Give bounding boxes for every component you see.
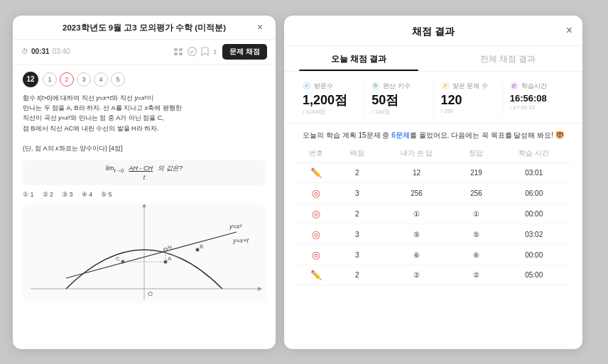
svg-marker-8 xyxy=(142,204,146,207)
grade-button[interactable]: 문제 채점 xyxy=(222,44,267,60)
table-row: ◎ 3 256 256 06:00 xyxy=(295,183,571,204)
right-panel: 채점 결과 × 오늘 채점 결과 전체 채점 결과 ✓ 방문수 1,200점 /… xyxy=(284,16,582,349)
status-correct-icon: ✏️ xyxy=(310,167,322,178)
col-time: 학습 시간 xyxy=(496,145,571,163)
question-options: 1 2 3 4 5 xyxy=(43,72,125,87)
stat-visit: ✓ 방문수 1,200점 / 3,000점 xyxy=(295,82,364,116)
cell-score: 2 xyxy=(337,204,378,224)
svg-rect-2 xyxy=(174,53,178,55)
tabs: 오늘 채점 결과 전체 채점 결과 xyxy=(284,46,582,72)
option-5[interactable]: 5 xyxy=(111,72,125,87)
choice-5[interactable]: ⑤ 5 xyxy=(101,191,112,198)
tab-today[interactable]: 오늘 채점 결과 xyxy=(284,46,433,71)
cell-answer: ⑤ xyxy=(456,224,497,245)
option-3[interactable]: 3 xyxy=(77,72,91,87)
formula-area: limt→0 AH - CH 의 값은?t xyxy=(23,160,266,185)
right-close-button[interactable]: × xyxy=(566,24,572,37)
col-my-answer: 내가 쓴 답 xyxy=(378,145,456,163)
question-number: 12 xyxy=(23,72,38,87)
svg-rect-1 xyxy=(179,48,183,51)
col-number: 번호 xyxy=(295,145,337,163)
stat-complete-value: 50점 xyxy=(371,94,398,108)
left-toolbar: ⏱ 00:31 03:40 1 xyxy=(13,40,276,65)
svg-point-15 xyxy=(196,248,200,251)
cell-my-answer: 12 xyxy=(378,163,456,183)
svg-text:B: B xyxy=(200,243,203,250)
stat-time-icon: ⏱ xyxy=(510,82,519,90)
cell-status: ◎ xyxy=(295,224,337,245)
stat-complete-label: ↻ 완산 키수 xyxy=(371,82,411,91)
table-body: ✏️ 2 12 219 03:01 ◎ 3 256 256 06:00 ◎ 2 … xyxy=(295,163,571,285)
stat-complete-sub: / 100점 xyxy=(371,108,390,116)
cell-score: 2 xyxy=(337,265,378,285)
cell-time: 00:00 xyxy=(496,204,571,224)
left-close-button[interactable]: × xyxy=(253,20,267,34)
table-row: ◎ 3 ⑥ ⑥ 00:00 xyxy=(295,245,571,265)
left-header: 2023학년도 9월 고3 모의평가 수학 (미적분) × xyxy=(13,16,276,40)
page-num-btn[interactable]: 1 xyxy=(213,48,217,55)
timer-total: 03:40 xyxy=(53,48,70,55)
page-number-label: 1 xyxy=(213,48,217,55)
graph-area: y=x² y=x+t O A B C H xyxy=(23,204,266,303)
stats-row: ✓ 방문수 1,200점 / 3,000점 ↻ 완산 키수 50점 / 100점… xyxy=(284,72,582,124)
tab-all[interactable]: 전체 채점 결과 xyxy=(433,46,582,71)
stat-correct-icon: ✗ xyxy=(441,82,450,90)
left-panel: 2023학년도 9월 고3 모의평가 수학 (미적분) × ⏱ 00:31 03… xyxy=(13,16,276,349)
cell-status: ◎ xyxy=(295,183,337,204)
stat-visit-sub: / 3,000점 xyxy=(303,108,325,116)
right-title: 채점 결과 xyxy=(412,26,455,38)
stat-visit-icon: ✓ xyxy=(303,82,311,90)
stat-complete-icon: ↻ xyxy=(371,82,380,90)
stat-complete: ↻ 완산 키수 50점 / 100점 xyxy=(364,82,433,116)
motivation-text: 오늘의 학습 계획 15문제 중 6문제를 풀었어요. 다음에는 꼭 목표를 달… xyxy=(284,123,582,145)
svg-text:O: O xyxy=(148,290,153,297)
right-header: 채점 결과 × xyxy=(284,16,582,46)
svg-text:y=x²: y=x² xyxy=(229,223,242,230)
cell-my-answer: ② xyxy=(378,265,456,285)
left-content: 12 1 2 3 4 5 함수 t(t>0)에 대하여 직선 y=x+t와 직선… xyxy=(13,65,276,349)
cell-time: 03:02 xyxy=(496,224,571,245)
choice-3[interactable]: ③ 3 xyxy=(62,191,73,198)
view-toggle-btn[interactable] xyxy=(174,48,183,55)
option-1[interactable]: 1 xyxy=(43,72,57,87)
main-container: 2023학년도 9월 고3 모의평가 수학 (미적분) × ⏱ 00:31 03… xyxy=(13,16,595,349)
svg-text:y=x+t: y=x+t xyxy=(232,237,249,244)
timer-area: ⏱ 00:31 03:40 xyxy=(21,48,70,55)
cell-time: 06:00 xyxy=(496,183,571,204)
svg-rect-3 xyxy=(179,53,183,55)
table-row: ◎ 2 ① ① 00:00 xyxy=(295,204,571,224)
choice-1[interactable]: ① 1 xyxy=(23,191,34,198)
cell-score: 2 xyxy=(337,163,378,183)
stat-visit-value: 1,200점 xyxy=(303,94,347,108)
option-2[interactable]: 2 xyxy=(60,72,74,87)
cell-score: 3 xyxy=(337,183,378,204)
stat-time-sub: / 17:45:15 xyxy=(510,104,536,111)
stat-correct-sub: / 250 xyxy=(441,108,454,114)
scrap-icon-btn[interactable] xyxy=(201,47,209,56)
table-row: ✏️ 2 12 219 03:01 xyxy=(295,163,571,183)
left-title: 2023학년도 9월 고3 모의평가 수학 (미적분) xyxy=(63,23,226,33)
svg-text:A: A xyxy=(168,255,172,262)
col-answer: 정답 xyxy=(456,145,497,163)
choice-4[interactable]: ④ 4 xyxy=(82,191,93,198)
cell-score: 3 xyxy=(337,224,378,245)
toolbar-icons: 1 xyxy=(174,47,217,56)
status-wrong-icon: ◎ xyxy=(312,208,320,219)
cell-time: 05:00 xyxy=(496,265,571,285)
cell-status: ✏️ xyxy=(295,265,337,285)
status-wrong-icon: ◎ xyxy=(312,187,320,199)
cell-time: 00:00 xyxy=(496,245,571,265)
status-wrong-icon: ◎ xyxy=(312,249,320,260)
cell-time: 03:01 xyxy=(496,163,571,183)
cell-answer: ⑥ xyxy=(456,245,497,265)
choice-2[interactable]: ② 2 xyxy=(43,191,54,198)
check-icon-btn[interactable] xyxy=(188,47,197,56)
stat-time-label: ⏱ 학습시간 xyxy=(510,82,547,91)
svg-text:C: C xyxy=(116,255,120,262)
status-wrong-icon: ◎ xyxy=(312,228,320,240)
question-meta: 12 1 2 3 4 5 xyxy=(23,72,266,87)
option-4[interactable]: 4 xyxy=(94,72,108,87)
timer-icon: ⏱ xyxy=(21,48,28,55)
table-header-row: 번호 배점 내가 쓴 답 정답 학습 시간 xyxy=(295,145,571,163)
stat-correct: ✗ 맞은 문제 수 120 / 250 xyxy=(434,82,503,116)
